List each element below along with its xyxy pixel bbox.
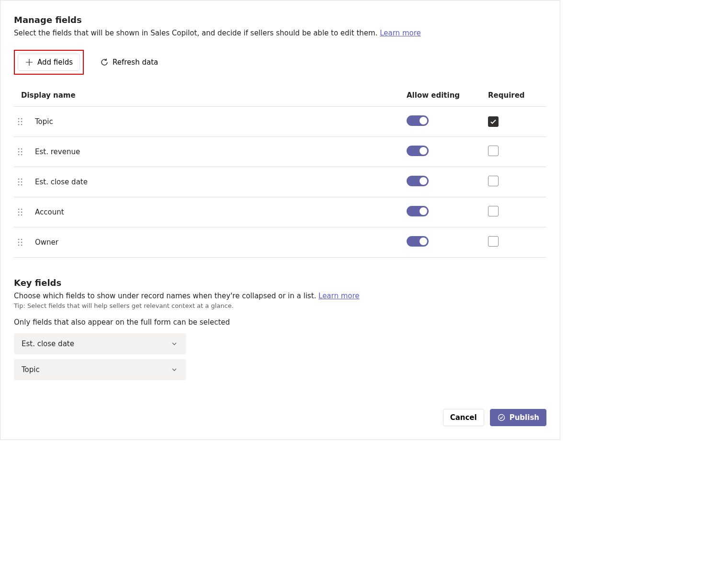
- key-field-value: Est. close date: [22, 339, 74, 348]
- svg-point-29: [21, 245, 23, 246]
- allow-editing-toggle[interactable]: [407, 146, 429, 156]
- svg-point-0: [18, 118, 20, 120]
- table-row: Topic: [14, 107, 546, 137]
- key-fields-subtitle-text: Choose which fields to show under record…: [14, 292, 318, 300]
- col-display-name: Display name: [14, 86, 403, 107]
- drag-handle-icon[interactable]: [14, 227, 31, 258]
- svg-point-15: [21, 181, 23, 183]
- svg-point-20: [18, 212, 20, 213]
- chevron-down-icon: [170, 365, 179, 374]
- manage-fields-title: Manage fields: [14, 15, 546, 25]
- refresh-data-button[interactable]: Refresh data: [93, 54, 165, 71]
- drag-handle-icon[interactable]: [14, 167, 31, 197]
- svg-point-2: [18, 121, 20, 123]
- svg-point-5: [21, 124, 23, 125]
- required-checkbox[interactable]: [488, 146, 499, 156]
- fields-table: Display name Allow editing Required Topi…: [14, 86, 546, 258]
- table-row: Account: [14, 197, 546, 227]
- col-required: Required: [484, 86, 546, 107]
- svg-point-17: [21, 184, 23, 186]
- cancel-button[interactable]: Cancel: [443, 409, 484, 426]
- svg-point-9: [21, 151, 23, 153]
- table-row: Owner: [14, 227, 546, 258]
- publish-button[interactable]: Publish: [490, 409, 546, 426]
- required-checkbox[interactable]: [488, 236, 499, 247]
- manage-fields-panel: Manage fields Select the fields that wil…: [0, 0, 560, 440]
- refresh-data-label: Refresh data: [113, 58, 158, 67]
- field-name: Topic: [31, 107, 403, 137]
- svg-point-3: [21, 121, 23, 123]
- svg-point-12: [18, 179, 20, 180]
- svg-point-24: [18, 239, 20, 240]
- key-fields-title: Key fields: [14, 278, 546, 288]
- manage-fields-subtitle: Select the fields that will be shown in …: [14, 29, 546, 37]
- toolbar: Add fields Refresh data: [14, 50, 546, 75]
- allow-editing-toggle[interactable]: [407, 236, 429, 247]
- key-fields-subtitle: Choose which fields to show under record…: [14, 292, 546, 300]
- svg-point-26: [18, 242, 20, 243]
- add-fields-label: Add fields: [37, 58, 73, 67]
- key-field-select[interactable]: Est. close date: [14, 333, 186, 354]
- footer: Cancel Publish: [14, 409, 546, 426]
- svg-point-18: [18, 209, 20, 210]
- required-checkbox[interactable]: [488, 176, 499, 186]
- svg-point-23: [21, 215, 23, 216]
- svg-point-11: [21, 154, 23, 156]
- table-row: Est. revenue: [14, 137, 546, 167]
- publish-label: Publish: [510, 413, 539, 422]
- key-fields-tip: Tip: Select fields that will help seller…: [14, 302, 546, 309]
- drag-handle-icon[interactable]: [14, 107, 31, 137]
- key-fields-note: Only fields that also appear on the full…: [14, 318, 546, 327]
- svg-point-25: [21, 239, 23, 240]
- key-field-select[interactable]: Topic: [14, 359, 186, 380]
- check-circle-icon: [497, 413, 506, 422]
- key-field-value: Topic: [22, 365, 40, 374]
- svg-point-1: [21, 118, 23, 120]
- required-checkbox[interactable]: [488, 206, 499, 216]
- drag-handle-icon[interactable]: [14, 197, 31, 227]
- cancel-label: Cancel: [450, 413, 477, 422]
- manage-learn-more-link[interactable]: Learn more: [380, 29, 421, 37]
- allow-editing-toggle[interactable]: [407, 115, 429, 126]
- svg-point-27: [21, 242, 23, 243]
- svg-point-22: [18, 215, 20, 216]
- svg-point-8: [18, 151, 20, 153]
- svg-point-14: [18, 181, 20, 183]
- allow-editing-toggle[interactable]: [407, 206, 429, 216]
- key-fields-section: Key fields Choose which fields to show u…: [14, 278, 546, 380]
- plus-icon: [25, 58, 34, 67]
- svg-point-16: [18, 184, 20, 186]
- table-row: Est. close date: [14, 167, 546, 197]
- svg-point-4: [18, 124, 20, 125]
- manage-fields-subtitle-text: Select the fields that will be shown in …: [14, 29, 380, 37]
- key-fields-learn-more-link[interactable]: Learn more: [318, 292, 360, 300]
- field-name: Est. close date: [31, 167, 403, 197]
- refresh-icon: [100, 58, 109, 67]
- svg-point-13: [21, 179, 23, 180]
- svg-point-6: [18, 148, 20, 150]
- chevron-down-icon: [170, 339, 179, 348]
- svg-point-19: [21, 209, 23, 210]
- svg-point-10: [18, 154, 20, 156]
- add-fields-highlight: Add fields: [14, 50, 84, 75]
- required-checkbox[interactable]: [488, 116, 499, 127]
- drag-handle-icon[interactable]: [14, 137, 31, 167]
- field-name: Est. revenue: [31, 137, 403, 167]
- add-fields-button[interactable]: Add fields: [18, 54, 80, 71]
- allow-editing-toggle[interactable]: [407, 176, 429, 186]
- field-name: Account: [31, 197, 403, 227]
- svg-point-28: [18, 245, 20, 246]
- svg-point-21: [21, 212, 23, 213]
- svg-point-7: [21, 148, 23, 150]
- field-name: Owner: [31, 227, 403, 258]
- col-allow-editing: Allow editing: [403, 86, 484, 107]
